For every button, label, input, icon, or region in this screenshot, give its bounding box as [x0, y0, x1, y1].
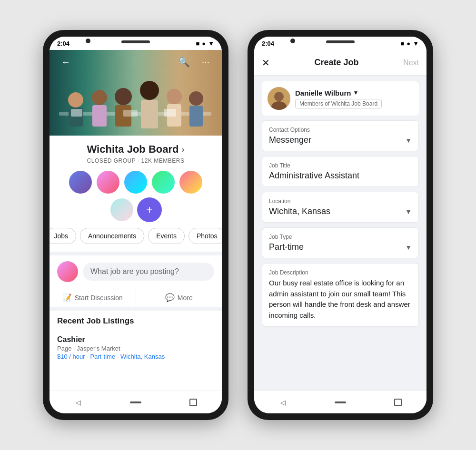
back-nav-button-r[interactable]: ◁	[277, 397, 288, 408]
nav-bar-left: ◁	[50, 391, 222, 413]
speaker	[121, 40, 150, 43]
location-row: Wichita, Kansas ▼	[269, 206, 412, 216]
nav-bar-right: ◁	[254, 391, 426, 413]
start-discussion-button[interactable]: 📝 Start Discussion	[50, 288, 136, 307]
contact-options-row: Messenger ▼	[269, 135, 412, 145]
job-details-0: $10 / hour · Part-time · Wichita, Kansas	[57, 353, 214, 360]
recents-square-icon-r	[394, 399, 402, 406]
dropdown-icon: ▼	[353, 89, 358, 96]
job-type-value: Part-time	[269, 242, 304, 252]
post-box-section: What job are you posting?	[50, 255, 222, 288]
contact-options-arrow: ▼	[405, 137, 412, 144]
avatar-2	[96, 170, 120, 195]
poster-avatar-left	[57, 261, 78, 282]
avatar-3	[123, 170, 148, 195]
svg-rect-13	[71, 109, 82, 117]
avatar-1	[68, 170, 93, 195]
signal-icon: ■	[196, 40, 199, 47]
member-avatars: +	[57, 170, 214, 222]
speaker-right	[326, 40, 355, 43]
close-button[interactable]: ✕	[262, 57, 270, 68]
time-left: 2:04	[57, 40, 69, 47]
status-icons-right: ■ ● ▼	[400, 40, 419, 47]
status-icons-left: ■ ● ▼	[196, 40, 214, 47]
home-nav-button-r[interactable]	[335, 397, 346, 408]
job-source-0: Page · Jasper's Market	[57, 345, 214, 352]
location-label: Location	[269, 198, 412, 205]
people-illustration	[50, 64, 222, 136]
svg-rect-12	[189, 106, 203, 127]
location-arrow: ▼	[405, 208, 412, 215]
contact-options-label: Contact Options	[269, 127, 412, 133]
svg-rect-15	[164, 109, 176, 117]
group-cover-image: ← 🔍 ···	[50, 50, 222, 136]
job-type-label: Job Type	[269, 234, 412, 240]
tab-jobs[interactable]: Jobs	[50, 228, 76, 244]
more-dots-icon: 💬	[165, 293, 175, 302]
avatar-image	[268, 87, 290, 110]
chevron-right-icon: ›	[181, 145, 184, 155]
right-phone: 2:04 ■ ● ▼ ✕ Create Job Next	[248, 30, 433, 420]
recents-nav-button-r[interactable]	[392, 397, 404, 408]
status-bar-left: 2:04 ■ ● ▼	[50, 37, 222, 50]
back-nav-button[interactable]: ◁	[72, 397, 84, 408]
poster-avatar-right	[268, 87, 290, 110]
job-listing-0[interactable]: Cashier Page · Jasper's Market $10 / hou…	[57, 332, 214, 364]
back-triangle-icon: ◁	[76, 399, 81, 406]
svg-point-1	[68, 92, 83, 108]
add-member-button[interactable]: +	[137, 197, 162, 222]
signal-icon-r: ■	[400, 40, 404, 47]
next-button[interactable]: Next	[403, 59, 419, 67]
poster-name-area: Danielle Wilburn ▼ Members of Wichita Jo…	[295, 89, 382, 108]
location-value: Wichita, Kansas	[269, 206, 330, 216]
tab-announcements[interactable]: Announcements	[80, 228, 144, 244]
svg-point-17	[274, 92, 284, 101]
battery-icon: ▼	[208, 40, 214, 47]
more-action-button[interactable]: 💬 More	[136, 288, 222, 307]
location-field[interactable]: Location Wichita, Kansas ▼	[262, 192, 419, 223]
job-description-field[interactable]: Job Description Our busy real estate off…	[262, 263, 419, 327]
job-title-field[interactable]: Job Title Administrative Assistant	[262, 156, 419, 187]
back-triangle-icon-r: ◁	[280, 399, 286, 406]
job-title-value: Administrative Assistant	[269, 171, 412, 181]
create-job-header: ✕ Create Job Next	[254, 50, 426, 76]
recents-square-icon	[189, 399, 197, 406]
contact-options-field[interactable]: Contact Options Messenger ▼	[262, 120, 419, 151]
camera	[86, 39, 90, 43]
job-type-arrow: ▼	[405, 244, 412, 251]
camera-right	[290, 39, 295, 43]
job-description-label: Job Description	[269, 269, 412, 276]
svg-rect-14	[123, 110, 138, 117]
post-prompt[interactable]: What job are you posting?	[83, 263, 214, 281]
job-title-label: Job Title	[269, 162, 412, 169]
home-nav-button[interactable]	[130, 397, 141, 408]
time-right: 2:04	[262, 40, 274, 47]
svg-point-3	[92, 90, 107, 105]
svg-point-5	[115, 88, 132, 105]
job-type-row: Part-time ▼	[269, 242, 412, 252]
create-job-title: Create Job	[315, 58, 359, 68]
group-meta: CLOSED GROUP · 12K MEMBERS	[57, 157, 214, 164]
job-type-field[interactable]: Job Type Part-time ▼	[262, 227, 419, 258]
recents-nav-button[interactable]	[188, 397, 199, 408]
avatar-5	[178, 170, 203, 195]
group-tabs: Jobs Announcements Events Photos	[57, 228, 214, 244]
poster-info: Danielle Wilburn ▼ Members of Wichita Jo…	[262, 81, 419, 116]
tab-photos[interactable]: Photos	[188, 228, 222, 244]
svg-rect-4	[92, 105, 107, 127]
status-bar-right: 2:04 ■ ● ▼	[254, 37, 426, 50]
svg-point-9	[167, 89, 182, 104]
contact-options-value: Messenger	[269, 135, 311, 145]
poster-audience[interactable]: Members of Wichita Job Board	[295, 99, 382, 108]
svg-point-11	[189, 91, 203, 106]
wifi-icon: ●	[202, 40, 206, 47]
wifi-icon-r: ●	[407, 40, 410, 47]
battery-icon-r: ▼	[413, 40, 419, 47]
tab-events[interactable]: Events	[148, 228, 185, 244]
home-pill-icon-r	[335, 401, 346, 403]
listings-title: Recent Job Listings	[57, 316, 214, 326]
home-pill-icon	[130, 401, 141, 403]
post-actions: 📝 Start Discussion 💬 More	[50, 288, 222, 307]
svg-point-7	[140, 81, 159, 100]
group-info-section: Wichita Job Board › CLOSED GROUP · 12K M…	[50, 136, 222, 252]
